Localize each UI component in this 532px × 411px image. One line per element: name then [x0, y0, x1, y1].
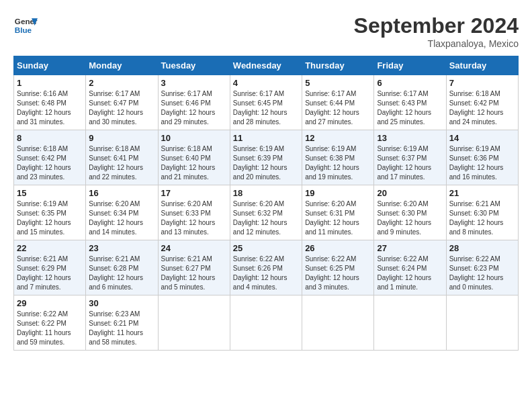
- day-number: 29: [17, 298, 83, 308]
- day-number: 20: [377, 188, 443, 198]
- day-info: Sunrise: 6:21 AMSunset: 6:28 PMDaylight:…: [89, 255, 154, 292]
- day-number: 27: [377, 243, 443, 253]
- calendar-week-row: 15Sunrise: 6:19 AMSunset: 6:35 PMDayligh…: [14, 185, 519, 240]
- calendar-day-cell: 26Sunrise: 6:22 AMSunset: 6:25 PMDayligh…: [302, 240, 374, 295]
- day-info: Sunrise: 6:22 AMSunset: 6:23 PMDaylight:…: [449, 255, 515, 292]
- calendar-day-header: Saturday: [446, 56, 518, 75]
- day-number: 10: [161, 133, 227, 143]
- day-number: 21: [449, 188, 515, 198]
- day-number: 4: [233, 78, 299, 88]
- calendar-week-row: 1Sunrise: 6:16 AMSunset: 6:48 PMDaylight…: [14, 75, 519, 130]
- calendar-day-cell: 4Sunrise: 6:17 AMSunset: 6:45 PMDaylight…: [230, 75, 302, 130]
- calendar-day-cell: 17Sunrise: 6:20 AMSunset: 6:33 PMDayligh…: [158, 185, 230, 240]
- day-number: 30: [89, 298, 154, 308]
- day-info: Sunrise: 6:17 AMSunset: 6:43 PMDaylight:…: [377, 89, 443, 127]
- day-info: Sunrise: 6:19 AMSunset: 6:37 PMDaylight:…: [377, 144, 443, 182]
- calendar-day-cell: 15Sunrise: 6:19 AMSunset: 6:35 PMDayligh…: [14, 185, 86, 240]
- day-info: Sunrise: 6:23 AMSunset: 6:21 PMDaylight:…: [89, 310, 154, 347]
- day-number: 22: [17, 243, 83, 253]
- day-number: 23: [89, 243, 154, 253]
- day-info: Sunrise: 6:18 AMSunset: 6:42 PMDaylight:…: [17, 144, 83, 182]
- day-number: 6: [377, 78, 443, 88]
- location: Tlaxpanaloya, Mexico: [354, 38, 519, 49]
- day-info: Sunrise: 6:18 AMSunset: 6:42 PMDaylight:…: [449, 89, 515, 127]
- calendar-day-cell: 21Sunrise: 6:21 AMSunset: 6:30 PMDayligh…: [446, 185, 518, 240]
- calendar-day-cell: 20Sunrise: 6:20 AMSunset: 6:30 PMDayligh…: [374, 185, 446, 240]
- calendar-day-cell: 13Sunrise: 6:19 AMSunset: 6:37 PMDayligh…: [374, 130, 446, 185]
- day-info: Sunrise: 6:19 AMSunset: 6:35 PMDaylight:…: [17, 199, 83, 237]
- day-number: 25: [233, 243, 299, 253]
- calendar-day-cell: 22Sunrise: 6:21 AMSunset: 6:29 PMDayligh…: [14, 240, 86, 295]
- day-info: Sunrise: 6:19 AMSunset: 6:38 PMDaylight:…: [305, 144, 371, 182]
- day-info: Sunrise: 6:22 AMSunset: 6:22 PMDaylight:…: [17, 310, 83, 347]
- day-info: Sunrise: 6:20 AMSunset: 6:33 PMDaylight:…: [161, 199, 227, 237]
- calendar-day-cell: 12Sunrise: 6:19 AMSunset: 6:38 PMDayligh…: [302, 130, 374, 185]
- day-number: 19: [305, 188, 371, 198]
- calendar-day-header: Friday: [374, 56, 446, 75]
- day-number: 24: [161, 243, 227, 253]
- day-number: 1: [17, 78, 83, 88]
- calendar-week-row: 29Sunrise: 6:22 AMSunset: 6:22 PMDayligh…: [14, 295, 519, 351]
- calendar-day-cell: 11Sunrise: 6:19 AMSunset: 6:39 PMDayligh…: [230, 130, 302, 185]
- day-number: 28: [449, 243, 515, 253]
- calendar-day-cell: 28Sunrise: 6:22 AMSunset: 6:23 PMDayligh…: [446, 240, 518, 295]
- calendar-day-cell: [230, 295, 302, 351]
- calendar-day-header: Sunday: [14, 56, 86, 75]
- calendar-day-cell: 6Sunrise: 6:17 AMSunset: 6:43 PMDaylight…: [374, 75, 446, 130]
- calendar-day-cell: 10Sunrise: 6:18 AMSunset: 6:40 PMDayligh…: [158, 130, 230, 185]
- day-info: Sunrise: 6:20 AMSunset: 6:31 PMDaylight:…: [305, 199, 371, 237]
- calendar-day-cell: 7Sunrise: 6:18 AMSunset: 6:42 PMDaylight…: [446, 75, 518, 130]
- day-number: 17: [161, 188, 227, 198]
- calendar-day-cell: 19Sunrise: 6:20 AMSunset: 6:31 PMDayligh…: [302, 185, 374, 240]
- day-number: 16: [89, 188, 154, 198]
- calendar-day-cell: [374, 295, 446, 351]
- svg-text:Blue: Blue: [15, 26, 32, 34]
- day-info: Sunrise: 6:18 AMSunset: 6:41 PMDaylight:…: [89, 144, 154, 182]
- calendar-week-row: 8Sunrise: 6:18 AMSunset: 6:42 PMDaylight…: [14, 130, 519, 185]
- day-number: 14: [449, 133, 515, 143]
- day-info: Sunrise: 6:21 AMSunset: 6:27 PMDaylight:…: [161, 255, 227, 292]
- day-number: 18: [233, 188, 299, 198]
- day-number: 7: [449, 78, 515, 88]
- day-number: 8: [17, 133, 83, 143]
- day-number: 11: [233, 133, 299, 143]
- day-info: Sunrise: 6:22 AMSunset: 6:26 PMDaylight:…: [233, 255, 299, 292]
- calendar-day-cell: 18Sunrise: 6:20 AMSunset: 6:32 PMDayligh…: [230, 185, 302, 240]
- calendar-day-cell: 9Sunrise: 6:18 AMSunset: 6:41 PMDaylight…: [86, 130, 158, 185]
- calendar-day-header: Thursday: [302, 56, 374, 75]
- day-info: Sunrise: 6:20 AMSunset: 6:30 PMDaylight:…: [377, 199, 443, 237]
- calendar-day-cell: 8Sunrise: 6:18 AMSunset: 6:42 PMDaylight…: [14, 130, 86, 185]
- day-info: Sunrise: 6:16 AMSunset: 6:48 PMDaylight:…: [17, 89, 83, 127]
- day-info: Sunrise: 6:17 AMSunset: 6:44 PMDaylight:…: [305, 89, 371, 127]
- day-number: 13: [377, 133, 443, 143]
- day-number: 2: [89, 78, 154, 88]
- calendar-day-cell: 5Sunrise: 6:17 AMSunset: 6:44 PMDaylight…: [302, 75, 374, 130]
- day-info: Sunrise: 6:20 AMSunset: 6:32 PMDaylight:…: [233, 199, 299, 237]
- day-info: Sunrise: 6:18 AMSunset: 6:40 PMDaylight:…: [161, 144, 227, 182]
- day-info: Sunrise: 6:19 AMSunset: 6:39 PMDaylight:…: [233, 144, 299, 182]
- calendar-day-cell: 16Sunrise: 6:20 AMSunset: 6:34 PMDayligh…: [86, 185, 158, 240]
- day-number: 9: [89, 133, 154, 143]
- day-number: 5: [305, 78, 371, 88]
- calendar-day-cell: 14Sunrise: 6:19 AMSunset: 6:36 PMDayligh…: [446, 130, 518, 185]
- logo: General Blue: [13, 13, 38, 38]
- month-title: September 2024: [354, 13, 519, 38]
- day-info: Sunrise: 6:17 AMSunset: 6:45 PMDaylight:…: [233, 89, 299, 127]
- logo-icon: General Blue: [13, 13, 38, 38]
- title-block: September 2024 Tlaxpanaloya, Mexico: [354, 13, 519, 49]
- calendar-day-cell: 24Sunrise: 6:21 AMSunset: 6:27 PMDayligh…: [158, 240, 230, 295]
- calendar-day-cell: 23Sunrise: 6:21 AMSunset: 6:28 PMDayligh…: [86, 240, 158, 295]
- calendar-day-cell: 30Sunrise: 6:23 AMSunset: 6:21 PMDayligh…: [86, 295, 158, 351]
- calendar-week-row: 22Sunrise: 6:21 AMSunset: 6:29 PMDayligh…: [14, 240, 519, 295]
- calendar-day-header: Monday: [86, 56, 158, 75]
- day-info: Sunrise: 6:19 AMSunset: 6:36 PMDaylight:…: [449, 144, 515, 182]
- day-number: 15: [17, 188, 83, 198]
- page-header: General Blue September 2024 Tlaxpanaloya…: [13, 13, 519, 49]
- calendar-header-row: SundayMondayTuesdayWednesdayThursdayFrid…: [14, 56, 519, 75]
- day-info: Sunrise: 6:21 AMSunset: 6:30 PMDaylight:…: [449, 199, 515, 237]
- calendar-day-cell: 29Sunrise: 6:22 AMSunset: 6:22 PMDayligh…: [14, 295, 86, 351]
- calendar-day-cell: 27Sunrise: 6:22 AMSunset: 6:24 PMDayligh…: [374, 240, 446, 295]
- calendar: SundayMondayTuesdayWednesdayThursdayFrid…: [13, 56, 519, 351]
- day-number: 3: [161, 78, 227, 88]
- day-info: Sunrise: 6:22 AMSunset: 6:24 PMDaylight:…: [377, 255, 443, 292]
